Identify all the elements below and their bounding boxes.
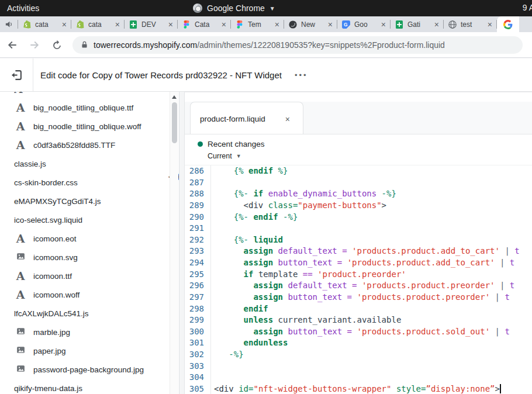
scrollbar-thumb[interactable] — [172, 102, 177, 143]
font-file-icon: A — [14, 120, 27, 133]
code-line-303[interactable]: 303 — [185, 361, 532, 372]
file-item-classie.js[interactable]: {/}classie.js — [0, 154, 161, 173]
line-text: <div id="nft-widget-buttons-wrapper" sty… — [211, 383, 501, 394]
tab-close-icon[interactable]: × — [381, 20, 386, 29]
tab-close-icon[interactable]: × — [62, 20, 67, 29]
code-line-288[interactable]: 288 {%- if enable_dynamic_buttons -%} — [185, 188, 532, 200]
dark-globe-favicon — [288, 20, 298, 29]
tab-close-icon[interactable]: × — [275, 20, 279, 29]
tab-title: Tem — [248, 20, 271, 29]
gnome-top-bar: Activities Google Chrome ▼ 9 A — [0, 0, 532, 16]
editor-tab-close-icon[interactable]: × — [285, 115, 290, 124]
browser-tab-Cata[interactable]: Cata× — [178, 16, 230, 32]
font-file-icon: A — [14, 101, 27, 114]
chrome-icon — [193, 4, 202, 13]
line-number: 296 — [185, 280, 211, 292]
address-bar[interactable]: towerrecords.myshopify.com/admin/themes/… — [72, 36, 523, 54]
file-item-big_noodle_titling_oblique.ttf[interactable]: Abig_noodle_titling_oblique.ttf — [0, 98, 161, 117]
line-text: {%- if enable_dynamic_buttons -%} — [211, 188, 396, 200]
back-icon — [7, 40, 18, 50]
text-cursor — [500, 384, 501, 393]
exit-code-editor-button[interactable] — [0, 58, 33, 91]
chrome-app-menu[interactable]: Google Chrome ▼ — [193, 0, 275, 16]
code-line-291[interactable]: 291 — [185, 223, 532, 234]
code-line-305[interactable]: 305<div id="nft-widget-buttons-wrapper" … — [185, 383, 532, 394]
line-text — [211, 372, 214, 383]
code-line-302[interactable]: 302 -%} — [185, 349, 532, 361]
tab-close-icon[interactable]: × — [222, 20, 226, 29]
code-line-304[interactable]: 304 — [185, 372, 532, 383]
line-number: 289 — [185, 200, 211, 212]
forward-button[interactable] — [25, 35, 44, 55]
browser-tab-test[interactable]: test× — [444, 16, 496, 32]
unsaved-changes-dot — [198, 141, 203, 147]
browser-tab-New[interactable]: New× — [284, 16, 337, 32]
file-list: Abig_noodle_titling_oblique.ttfAbig_nood… — [0, 98, 161, 394]
reload-button[interactable] — [47, 35, 67, 55]
code-line-293[interactable]: 293 assign default_text = 'products.prod… — [185, 246, 532, 257]
line-text: {% endif %} — [211, 165, 288, 177]
browser-tab-Tem[interactable]: Tem× — [231, 16, 284, 32]
tab-close-icon[interactable]: × — [168, 20, 173, 29]
line-number: 288 — [185, 188, 211, 200]
line-number: 304 — [185, 372, 211, 383]
line-number: 294 — [185, 257, 211, 269]
code-line-294[interactable]: 294 assign button_text = 'products.produ… — [185, 257, 532, 269]
code-line-287[interactable]: 287 — [185, 177, 532, 189]
code-line-290[interactable]: 290 {%- endif -%} — [185, 212, 532, 223]
code-area[interactable]: 286 {% endif %}287288 {%- if enable_dyna… — [185, 165, 532, 394]
chrome-toolbar: towerrecords.myshopify.com/admin/themes/… — [0, 32, 532, 58]
line-number: 286 — [185, 165, 211, 177]
line-text: -%} — [211, 349, 244, 361]
code-line-301[interactable]: 301 endunless — [185, 337, 532, 349]
back-button[interactable] — [2, 35, 22, 55]
url-domain: towerrecords.myshopify.com — [94, 40, 197, 50]
code-line-292[interactable]: 292 {%- liquid — [185, 234, 532, 246]
shopify-code-editor-header: Edit code for Copy of Tower Records prd0… — [0, 58, 532, 92]
version-dropdown[interactable]: Current ▼ — [208, 152, 532, 160]
url-text: towerrecords.myshopify.com/admin/themes/… — [94, 40, 445, 50]
browser-tab-cata[interactable]: cata× — [71, 16, 124, 32]
figma-favicon — [182, 20, 191, 29]
scroll-up-arrow-icon[interactable] — [172, 95, 177, 99]
tab-close-icon[interactable]: × — [434, 20, 439, 29]
sheets-favicon — [129, 20, 138, 29]
tab-title: DEV — [141, 20, 165, 29]
code-line-295[interactable]: 295 if template == 'product.preorder' — [185, 269, 532, 281]
shopify-favicon — [22, 20, 32, 29]
browser-tab-Goo[interactable]: GGoo× — [337, 16, 390, 32]
forward-icon — [29, 40, 40, 50]
code-line-296[interactable]: 296 assign default_text = 'products.prod… — [185, 280, 532, 292]
tab-close-icon[interactable]: × — [488, 20, 492, 29]
line-text: assign default_text = 'products.product.… — [211, 246, 520, 257]
tab-title: cata — [35, 20, 58, 29]
code-line-299[interactable]: 299 unless current_variant.available — [185, 314, 532, 326]
tab-close-icon[interactable]: × — [328, 20, 333, 29]
browser-tab-cata[interactable]: cata× — [18, 16, 71, 32]
file-item-partial[interactable]: A — [14, 92, 23, 95]
file-item-qikify-tmenu-data.js[interactable]: {/}qikify-tmenu-data.js — [0, 379, 161, 394]
line-text: {%- liquid — [211, 234, 283, 246]
browser-tab-DEV[interactable]: DEV× — [125, 16, 177, 32]
code-line-300[interactable]: 300 assign button_text = 'products.produ… — [185, 326, 532, 338]
browser-tab-Gati[interactable]: Gati× — [391, 16, 443, 32]
code-line-298[interactable]: 298 endif — [185, 303, 532, 315]
page-title: Edit code for Copy of Tower Records prd0… — [40, 70, 282, 80]
sidebar-scrollbar[interactable] — [170, 92, 178, 394]
tab-close-icon[interactable]: × — [115, 20, 120, 29]
activities-button[interactable]: Activities — [7, 4, 39, 13]
line-number: 293 — [185, 246, 211, 257]
tab-audio-button[interactable] — [0, 20, 18, 29]
code-line-289[interactable]: 289 <div class="payment-buttons"> — [185, 200, 532, 212]
version-label: Current — [208, 152, 232, 160]
file-item-c0df3a6b528fdd85.TTF[interactable]: Ac0df3a6b528fdd85.TTF — [0, 136, 161, 154]
file-item-big_noodle_titling_oblique.woff[interactable]: Abig_noodle_titling_oblique.woff — [0, 117, 161, 136]
line-number: 297 — [185, 292, 211, 303]
browser-tab-active[interactable] — [497, 16, 519, 32]
tab-title: test — [461, 20, 484, 29]
theme-file-sidebar: A Abig_noodle_titling_oblique.ttfAbig_no… — [0, 92, 179, 394]
code-line-297[interactable]: 297 assign button_text = 'products.produ… — [185, 292, 532, 303]
overflow-menu-button[interactable]: ••• — [295, 71, 308, 80]
editor-tab-product-form[interactable]: product-form.liquid × — [190, 102, 303, 136]
code-line-286[interactable]: 286 {% endif %} — [185, 165, 532, 177]
